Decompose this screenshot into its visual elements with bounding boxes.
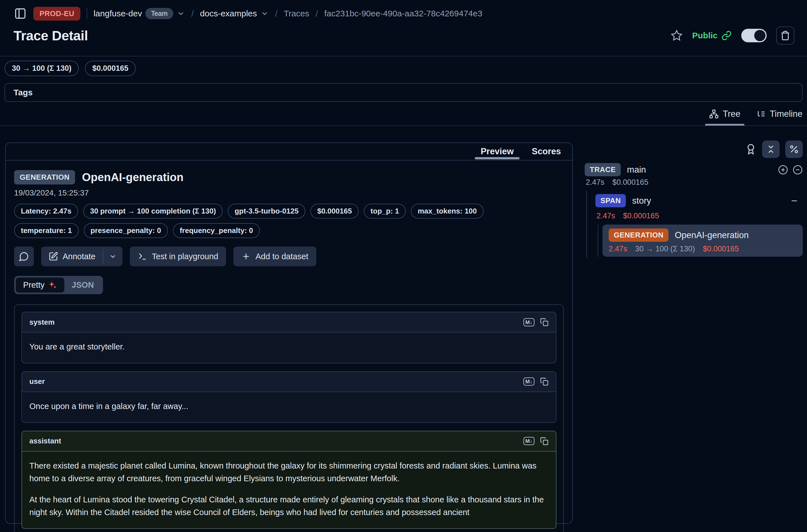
divider <box>0 126 807 126</box>
tree-toolbar <box>585 140 803 158</box>
page-title: Trace Detail <box>14 28 88 43</box>
message-system: system M↓ You are a great storyteller. <box>21 312 557 363</box>
breadcrumb-separator: / <box>275 8 278 19</box>
message-header: assistant M↓ <box>22 431 556 452</box>
markdown-toggle-icon[interactable]: M↓ <box>523 437 534 445</box>
divider <box>87 8 87 19</box>
generation-metrics: 2.47s 30 → 100 (Σ 130) $0.000165 <box>608 245 796 253</box>
messages-container: system M↓ You are a great storyteller. u… <box>14 304 564 532</box>
award-icon[interactable] <box>745 144 756 155</box>
chevron-down-icon[interactable] <box>260 9 269 18</box>
copy-icon[interactable] <box>540 377 548 386</box>
breadcrumb: PROD-EU langfuse-dev Team / docs-example… <box>14 6 793 21</box>
message-role: system <box>29 318 55 327</box>
view-tabs: Tree Timeline <box>709 106 803 126</box>
observation-card: Preview Scores GENERATION OpenAI-generat… <box>5 142 573 524</box>
observation-name: OpenAI-generation <box>82 171 183 184</box>
percent-icon <box>789 144 799 154</box>
parameter-badge: presence_penalty: 0 <box>84 223 168 238</box>
breadcrumb-org[interactable]: langfuse-dev Team <box>93 8 185 19</box>
span-latency: 2.47s <box>597 212 615 220</box>
add-to-dataset-button[interactable]: Add to dataset <box>233 247 316 266</box>
tab-preview[interactable]: Preview <box>481 143 513 160</box>
comment-icon <box>19 251 29 262</box>
tree-row-generation-selected[interactable]: GENERATION OpenAI-generation 2.47s 30 → … <box>602 225 803 257</box>
trace-cost-badge: $0.000165 <box>85 61 136 76</box>
tab-tree[interactable]: Tree <box>709 106 740 126</box>
parameter-badge: gpt-3.5-turbo-0125 <box>228 204 305 218</box>
markdown-toggle-icon[interactable]: M↓ <box>523 377 534 386</box>
tags-box[interactable]: Tags <box>4 83 803 102</box>
message-header: user M↓ <box>22 372 556 392</box>
annotate-split-button: Annotate <box>41 247 123 266</box>
delete-trace-button[interactable] <box>776 26 794 44</box>
breadcrumb-separator: / <box>316 8 318 19</box>
observation-header: GENERATION OpenAI-generation <box>14 170 564 185</box>
panel-tabs: Preview Scores <box>6 143 572 160</box>
timeline-icon <box>756 109 766 119</box>
parameter-badge: $0.000165 <box>311 204 359 218</box>
breadcrumb-traces[interactable]: Traces <box>284 9 309 18</box>
tree-guide-line <box>586 191 587 258</box>
message-role: assistant <box>29 437 61 445</box>
minus-icon[interactable] <box>790 196 799 205</box>
collapse-all-button[interactable] <box>762 140 780 158</box>
public-toggle[interactable] <box>741 29 767 42</box>
annotate-button[interactable]: Annotate <box>41 247 103 266</box>
message-content: You are a great storyteller. <box>22 332 556 363</box>
span-type-badge: SPAN <box>595 194 626 207</box>
generation-cost: $0.000165 <box>703 245 739 253</box>
span-metrics: 2.47s $0.000165 <box>597 212 659 220</box>
observation-type-badge: GENERATION <box>14 170 75 185</box>
message-header: system M↓ <box>22 312 556 332</box>
generation-latency: 2.47s <box>608 245 627 253</box>
format-pretty[interactable]: Pretty <box>16 278 64 292</box>
sidebar-toggle-icon[interactable] <box>14 7 27 20</box>
chevron-down-icon <box>109 252 117 260</box>
org-type-badge: Team <box>145 8 173 19</box>
trace-name: main <box>627 165 646 175</box>
chevron-down-icon[interactable] <box>176 9 185 18</box>
breadcrumb-separator: / <box>191 8 194 19</box>
parameter-badge: Latency: 2.47s <box>14 204 78 218</box>
format-toggle: Pretty JSON <box>14 276 103 294</box>
active-tab-indicator <box>475 157 519 159</box>
markdown-toggle-icon[interactable]: M↓ <box>523 318 534 326</box>
trace-cost: $0.000165 <box>612 178 649 187</box>
parameter-badge: temperature: 1 <box>14 223 79 238</box>
tree-icon <box>709 109 719 119</box>
span-cost: $0.000165 <box>623 212 659 220</box>
breadcrumb-project[interactable]: docs-examples <box>200 9 269 18</box>
copy-icon[interactable] <box>540 437 548 445</box>
show-percent-button[interactable] <box>785 140 803 158</box>
trace-metrics: 2.47s $0.000165 <box>586 178 649 187</box>
tree-row-span[interactable]: SPAN story <box>595 194 803 207</box>
tags-label: Tags <box>14 88 33 97</box>
bookmark-star-icon[interactable] <box>671 30 682 41</box>
public-link[interactable]: Public <box>692 31 732 41</box>
tab-scores[interactable]: Scores <box>532 143 561 160</box>
observation-parameter-badges: Latency: 2.47s30 prompt → 100 completion… <box>14 204 494 238</box>
chevrons-collapse-icon <box>766 144 776 154</box>
tree-row-trace[interactable]: TRACE main <box>585 163 803 176</box>
generation-tokens: 30 → 100 (Σ 130) <box>635 245 695 253</box>
test-in-playground-button[interactable]: Test in playground <box>130 247 226 266</box>
copy-icon[interactable] <box>540 318 548 326</box>
parameter-badge: top_p: 1 <box>364 204 406 218</box>
title-bar: Trace Detail Public <box>14 25 794 46</box>
trace-type-badge: TRACE <box>585 163 621 176</box>
tab-timeline[interactable]: Timeline <box>756 106 803 126</box>
plus-icon <box>241 252 251 261</box>
trace-latency: 2.47s <box>586 178 604 187</box>
expand-all-icon[interactable] <box>778 165 788 175</box>
comment-button[interactable] <box>14 247 34 266</box>
collapse-node-icon[interactable] <box>793 165 803 175</box>
trace-token-badge: 30 → 100 (Σ 130) <box>4 61 79 76</box>
parameter-badge: 30 prompt → 100 completion (Σ 130) <box>83 204 223 218</box>
message-role: user <box>29 377 45 386</box>
format-json[interactable]: JSON <box>64 278 101 292</box>
observation-timestamp: 19/03/2024, 15:25:37 <box>14 188 564 197</box>
link-icon <box>721 31 732 41</box>
environment-badge: PROD-EU <box>33 7 80 21</box>
annotate-dropdown-button[interactable] <box>103 247 123 266</box>
